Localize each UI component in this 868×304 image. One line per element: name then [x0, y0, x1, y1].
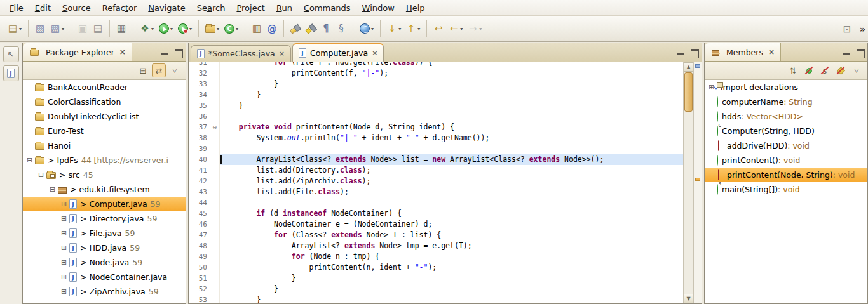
menu-item-commands[interactable]: Commands	[298, 1, 356, 15]
menu-item-project[interactable]: Project	[231, 1, 271, 15]
expander-collapsed-icon[interactable]: ⊞	[60, 215, 68, 222]
fold-collapse-icon[interactable]: ⊖	[210, 122, 220, 133]
code-line[interactable]: 51 }	[189, 273, 683, 284]
external-tools-icon[interactable]: ▾	[175, 20, 194, 37]
editor-tab[interactable]: JComputer.java×	[292, 43, 384, 62]
new-java-project-icon[interactable]: ▾	[203, 20, 222, 37]
scrollbar-thumb[interactable]	[684, 72, 693, 112]
overview-marker[interactable]	[695, 64, 700, 68]
open-resource-icon[interactable]: ▧	[32, 20, 48, 37]
code-text[interactable]: list.add(File.class);	[220, 187, 683, 197]
code-line[interactable]: 46 NodeContainer e = (NodeContainer) d;	[189, 219, 683, 230]
menu-item-file[interactable]: File	[4, 1, 29, 15]
code-line[interactable]: 35 }	[189, 100, 683, 111]
code-line[interactable]: 37⊖ private void printContent(Node d, St…	[189, 122, 683, 133]
code-line[interactable]: 40 ArrayList<Class<? extends Node>> list…	[189, 154, 683, 165]
expander-collapsed-icon[interactable]: ⊞	[60, 230, 68, 237]
dropdown-arrow-icon[interactable]: ▾	[62, 26, 64, 32]
debug-icon[interactable]: ❖▾	[137, 20, 156, 37]
code-text[interactable]: printContent(f, "|-");	[220, 68, 683, 79]
close-view-icon[interactable]: ×	[768, 48, 775, 56]
code-line[interactable]: 48 ArrayList<? extends Node> tmp = e.get…	[189, 241, 683, 251]
jar-icon[interactable]: ▥	[249, 20, 264, 37]
show-selected-element-icon[interactable]: §	[334, 20, 349, 37]
hide-non-public-icon[interactable]	[834, 63, 848, 77]
tree-item[interactable]: ⊟> IpdFs44 [https://svnserver.i	[23, 153, 186, 168]
code-text[interactable]: private void printContent(Node d, String…	[220, 122, 683, 133]
sort-icon[interactable]: ⇅	[786, 63, 800, 77]
member-item[interactable]: addDrive(HDD) : void	[705, 138, 867, 153]
member-item[interactable]: smain(String[]) : void	[705, 182, 867, 197]
code-line[interactable]: 34 }	[189, 89, 683, 100]
code-line[interactable]: 33 }	[189, 79, 683, 89]
previous-annotation-icon[interactable]: ↑▾	[403, 20, 423, 37]
code-line[interactable]: 44	[189, 197, 683, 208]
member-item[interactable]: computerName : String	[705, 95, 867, 109]
expander-collapsed-icon[interactable]: ⊞	[60, 201, 68, 208]
minimize-view-button[interactable]	[842, 48, 851, 57]
restore-views-button[interactable]: ↖	[3, 46, 19, 62]
tree-item[interactable]: Hanoi	[23, 138, 186, 153]
menu-item-search[interactable]: Search	[191, 1, 231, 15]
tree-item[interactable]: ⊞J> ZipArchiv.java59	[23, 284, 186, 299]
code-line[interactable]: 31 for (File f : hdd.get(File.class)) {	[189, 62, 683, 68]
code-text[interactable]: }	[220, 294, 683, 303]
member-item[interactable]: ⊞import declarations	[705, 80, 867, 95]
menu-item-run[interactable]: Run	[271, 1, 298, 15]
close-tab-icon[interactable]: ×	[372, 49, 377, 57]
editor-tab[interactable]: J*SomeClass.java×	[191, 45, 291, 62]
collapse-all-icon[interactable]: ⊟	[136, 63, 150, 77]
code-line[interactable]: 49 for (Node n : tmp) {	[189, 251, 683, 262]
menu-item-help[interactable]: Help	[400, 1, 431, 15]
code-line[interactable]: 50 printContent(n, ident + "-");	[189, 262, 683, 273]
build-all-icon[interactable]: ▦	[114, 20, 129, 37]
menu-item-refactor[interactable]: Refactor	[97, 1, 143, 15]
tree-item[interactable]: BankAccountReader	[23, 80, 186, 95]
member-item[interactable]: printContent(Node, String) : void	[705, 168, 867, 182]
close-view-icon[interactable]: ×	[119, 48, 126, 56]
scroll-down-icon[interactable]: ▼	[684, 294, 693, 303]
scroll-up-icon[interactable]: ▲	[684, 62, 693, 72]
toolbar-overflow-chevron[interactable]: »	[860, 24, 865, 34]
tree-item[interactable]: ⊟> src45	[23, 168, 186, 182]
code-text[interactable]: for (Node n : tmp) {	[220, 251, 683, 262]
code-line[interactable]: 47 for (Class<? extends Node> T : list) …	[189, 230, 683, 241]
code-line[interactable]: 52 }	[189, 284, 683, 294]
code-text[interactable]: for (File f : hdd.get(File.class)) {	[220, 62, 683, 68]
code-text[interactable]: ArrayList<? extends Node> tmp = e.get(T)…	[220, 241, 683, 251]
maximize-view-button[interactable]	[173, 48, 183, 57]
code-line[interactable]: 38 System.out.println("|-" + ident + " "…	[189, 133, 683, 143]
code-text[interactable]: }	[220, 79, 683, 89]
code-text[interactable]	[220, 143, 683, 154]
view-menu-icon[interactable]: ▽	[168, 63, 182, 77]
code-line[interactable]: 42 list.add(ZipArchiv.class);	[189, 176, 683, 187]
code-text[interactable]: }	[220, 89, 683, 100]
code-text[interactable]: }	[220, 284, 683, 294]
expander-expanded-icon[interactable]: ⊟	[37, 171, 45, 178]
minimize-view-button[interactable]	[160, 48, 170, 57]
menu-item-window[interactable]: Window	[356, 1, 400, 15]
expander-expanded-icon[interactable]: ⊟	[25, 157, 34, 164]
code-text[interactable]: for (Class<? extends Node> T : list) {	[220, 230, 683, 241]
code-viewport[interactable]: 31 for (File f : hdd.get(File.class)) {3…	[189, 62, 683, 303]
back-icon[interactable]: ←▾	[446, 20, 465, 37]
overview-ruler[interactable]	[693, 62, 702, 303]
package-explorer-view-tab[interactable]: Package Explorer ×	[23, 43, 132, 61]
maximize-view-button[interactable]	[855, 48, 865, 57]
editor-vertical-scrollbar[interactable]: ▲ ▼	[683, 62, 693, 303]
code-line[interactable]: 41 list.add(Directory.class);	[189, 165, 683, 176]
code-line[interactable]: 45 if (d instanceof NodeContainer) {	[189, 208, 683, 219]
members-view-tab[interactable]: Members ×	[705, 43, 781, 61]
dropdown-arrow-icon[interactable]: ▾	[170, 26, 173, 32]
expander-collapsed-icon[interactable]: ⊞	[60, 274, 68, 281]
print-icon[interactable]: ▤	[90, 20, 105, 37]
dropdown-arrow-icon[interactable]: ▾	[417, 26, 420, 32]
code-text[interactable]: System.out.println("|-" + ident + " " + …	[220, 133, 683, 143]
javadoc-icon[interactable]: @	[264, 20, 280, 37]
pin-editor-icon[interactable]: ⊡	[839, 20, 855, 38]
maximize-editor-button[interactable]	[689, 48, 699, 57]
editor-shortcut-button[interactable]: J	[3, 65, 19, 81]
last-edit-location-icon[interactable]: ↩	[431, 20, 446, 37]
code-text[interactable]: if (d instanceof NodeContainer) {	[220, 208, 683, 219]
tree-item[interactable]: ⊞J> NodeContainer.java	[23, 270, 186, 284]
